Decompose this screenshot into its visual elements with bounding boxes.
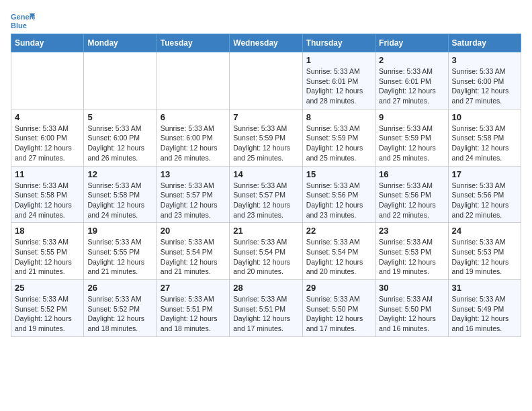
logo-icon: General Blue xyxy=(11,11,35,31)
day-number: 25 xyxy=(15,283,80,293)
calendar-cell xyxy=(230,52,302,109)
day-number: 20 xyxy=(161,226,226,236)
calendar-cell: 27Sunrise: 5:33 AM Sunset: 5:51 PM Dayli… xyxy=(157,280,229,337)
day-info: Sunrise: 5:33 AM Sunset: 6:01 PM Dayligh… xyxy=(306,66,371,106)
calendar-cell xyxy=(84,52,157,109)
day-number: 5 xyxy=(87,112,152,122)
day-number: 21 xyxy=(233,226,298,236)
day-number: 16 xyxy=(379,169,444,179)
day-info: Sunrise: 5:33 AM Sunset: 5:56 PM Dayligh… xyxy=(452,181,517,220)
day-info: Sunrise: 5:33 AM Sunset: 6:00 PM Dayligh… xyxy=(15,124,80,163)
day-info: Sunrise: 5:33 AM Sunset: 5:59 PM Dayligh… xyxy=(306,124,371,163)
calendar-cell: 13Sunrise: 5:33 AM Sunset: 5:57 PM Dayli… xyxy=(157,166,229,223)
logo: General Blue xyxy=(11,11,35,31)
calendar-week-row: 11Sunrise: 5:33 AM Sunset: 5:58 PM Dayli… xyxy=(11,166,521,223)
calendar-cell: 30Sunrise: 5:33 AM Sunset: 5:50 PM Dayli… xyxy=(375,280,448,337)
day-number: 12 xyxy=(87,169,152,179)
calendar-cell: 20Sunrise: 5:33 AM Sunset: 5:54 PM Dayli… xyxy=(157,223,229,280)
calendar-cell: 24Sunrise: 5:33 AM Sunset: 5:53 PM Dayli… xyxy=(448,223,521,280)
day-number: 10 xyxy=(452,112,517,122)
day-info: Sunrise: 5:33 AM Sunset: 5:51 PM Dayligh… xyxy=(161,294,226,334)
calendar-cell: 18Sunrise: 5:33 AM Sunset: 5:55 PM Dayli… xyxy=(11,223,84,280)
day-info: Sunrise: 5:33 AM Sunset: 5:50 PM Dayligh… xyxy=(379,294,444,334)
calendar-cell: 26Sunrise: 5:33 AM Sunset: 5:52 PM Dayli… xyxy=(84,280,157,337)
calendar-cell: 19Sunrise: 5:33 AM Sunset: 5:55 PM Dayli… xyxy=(84,223,157,280)
calendar-cell: 28Sunrise: 5:33 AM Sunset: 5:51 PM Dayli… xyxy=(230,280,302,337)
day-number: 15 xyxy=(306,169,371,179)
weekday-header: Wednesday xyxy=(230,34,302,52)
calendar-week-row: 1Sunrise: 5:33 AM Sunset: 6:01 PM Daylig… xyxy=(11,52,521,109)
day-info: Sunrise: 5:33 AM Sunset: 5:52 PM Dayligh… xyxy=(87,294,152,334)
calendar-cell: 11Sunrise: 5:33 AM Sunset: 5:58 PM Dayli… xyxy=(11,166,84,223)
day-number: 31 xyxy=(452,283,517,293)
weekday-header: Saturday xyxy=(448,34,521,52)
day-number: 24 xyxy=(452,226,517,236)
day-number: 14 xyxy=(233,169,298,179)
calendar-cell: 17Sunrise: 5:33 AM Sunset: 5:56 PM Dayli… xyxy=(448,166,521,223)
day-info: Sunrise: 5:33 AM Sunset: 5:58 PM Dayligh… xyxy=(452,124,517,163)
day-info: Sunrise: 5:33 AM Sunset: 5:56 PM Dayligh… xyxy=(379,181,444,220)
calendar-cell: 6Sunrise: 5:33 AM Sunset: 6:00 PM Daylig… xyxy=(157,109,229,166)
calendar-body: 1Sunrise: 5:33 AM Sunset: 6:01 PM Daylig… xyxy=(11,52,521,337)
weekday-header: Sunday xyxy=(11,34,84,52)
calendar-table: SundayMondayTuesdayWednesdayThursdayFrid… xyxy=(11,34,521,337)
day-info: Sunrise: 5:33 AM Sunset: 6:00 PM Dayligh… xyxy=(161,124,226,163)
day-number: 28 xyxy=(233,283,298,293)
day-number: 23 xyxy=(379,226,444,236)
day-info: Sunrise: 5:33 AM Sunset: 5:53 PM Dayligh… xyxy=(452,237,517,277)
calendar-cell: 22Sunrise: 5:33 AM Sunset: 5:54 PM Dayli… xyxy=(302,223,375,280)
day-number: 27 xyxy=(161,283,226,293)
weekday-header: Tuesday xyxy=(157,34,229,52)
calendar-cell: 16Sunrise: 5:33 AM Sunset: 5:56 PM Dayli… xyxy=(375,166,448,223)
day-info: Sunrise: 5:33 AM Sunset: 5:50 PM Dayligh… xyxy=(306,294,371,334)
calendar-week-row: 4Sunrise: 5:33 AM Sunset: 6:00 PM Daylig… xyxy=(11,109,521,166)
day-number: 4 xyxy=(15,112,80,122)
calendar-cell xyxy=(11,52,84,109)
day-number: 11 xyxy=(15,169,80,179)
calendar-cell: 23Sunrise: 5:33 AM Sunset: 5:53 PM Dayli… xyxy=(375,223,448,280)
day-info: Sunrise: 5:33 AM Sunset: 5:58 PM Dayligh… xyxy=(15,181,80,220)
day-info: Sunrise: 5:33 AM Sunset: 5:59 PM Dayligh… xyxy=(379,124,444,163)
day-info: Sunrise: 5:33 AM Sunset: 5:57 PM Dayligh… xyxy=(233,181,298,220)
day-info: Sunrise: 5:33 AM Sunset: 6:00 PM Dayligh… xyxy=(452,66,517,106)
day-number: 13 xyxy=(161,169,226,179)
calendar-week-row: 25Sunrise: 5:33 AM Sunset: 5:52 PM Dayli… xyxy=(11,280,521,337)
day-info: Sunrise: 5:33 AM Sunset: 5:49 PM Dayligh… xyxy=(452,294,517,334)
calendar-cell: 29Sunrise: 5:33 AM Sunset: 5:50 PM Dayli… xyxy=(302,280,375,337)
calendar-cell: 12Sunrise: 5:33 AM Sunset: 5:58 PM Dayli… xyxy=(84,166,157,223)
calendar-cell: 2Sunrise: 5:33 AM Sunset: 6:01 PM Daylig… xyxy=(375,52,448,109)
day-info: Sunrise: 5:33 AM Sunset: 5:54 PM Dayligh… xyxy=(233,237,298,277)
day-number: 7 xyxy=(233,112,298,122)
day-number: 1 xyxy=(306,55,371,65)
page-header: General Blue xyxy=(11,11,521,31)
calendar-cell: 25Sunrise: 5:33 AM Sunset: 5:52 PM Dayli… xyxy=(11,280,84,337)
calendar-cell: 21Sunrise: 5:33 AM Sunset: 5:54 PM Dayli… xyxy=(230,223,302,280)
day-number: 18 xyxy=(15,226,80,236)
day-info: Sunrise: 5:33 AM Sunset: 5:52 PM Dayligh… xyxy=(15,294,80,334)
day-number: 26 xyxy=(87,283,152,293)
calendar-header-row: SundayMondayTuesdayWednesdayThursdayFrid… xyxy=(11,34,521,52)
calendar-cell: 3Sunrise: 5:33 AM Sunset: 6:00 PM Daylig… xyxy=(448,52,521,109)
calendar-cell: 31Sunrise: 5:33 AM Sunset: 5:49 PM Dayli… xyxy=(448,280,521,337)
day-info: Sunrise: 5:33 AM Sunset: 5:51 PM Dayligh… xyxy=(233,294,298,334)
day-number: 22 xyxy=(306,226,371,236)
day-number: 8 xyxy=(306,112,371,122)
calendar-cell: 14Sunrise: 5:33 AM Sunset: 5:57 PM Dayli… xyxy=(230,166,302,223)
day-number: 19 xyxy=(87,226,152,236)
day-number: 29 xyxy=(306,283,371,293)
day-number: 17 xyxy=(452,169,517,179)
day-info: Sunrise: 5:33 AM Sunset: 5:53 PM Dayligh… xyxy=(379,237,444,277)
day-info: Sunrise: 5:33 AM Sunset: 5:56 PM Dayligh… xyxy=(306,181,371,220)
day-number: 9 xyxy=(379,112,444,122)
day-info: Sunrise: 5:33 AM Sunset: 5:55 PM Dayligh… xyxy=(87,237,152,277)
calendar-cell: 5Sunrise: 5:33 AM Sunset: 6:00 PM Daylig… xyxy=(84,109,157,166)
day-info: Sunrise: 5:33 AM Sunset: 5:59 PM Dayligh… xyxy=(233,124,298,163)
day-number: 6 xyxy=(161,112,226,122)
day-number: 2 xyxy=(379,55,444,65)
day-info: Sunrise: 5:33 AM Sunset: 5:58 PM Dayligh… xyxy=(87,181,152,220)
calendar-cell: 10Sunrise: 5:33 AM Sunset: 5:58 PM Dayli… xyxy=(448,109,521,166)
calendar-cell: 7Sunrise: 5:33 AM Sunset: 5:59 PM Daylig… xyxy=(230,109,302,166)
calendar-cell: 4Sunrise: 5:33 AM Sunset: 6:00 PM Daylig… xyxy=(11,109,84,166)
calendar-week-row: 18Sunrise: 5:33 AM Sunset: 5:55 PM Dayli… xyxy=(11,223,521,280)
calendar-cell: 9Sunrise: 5:33 AM Sunset: 5:59 PM Daylig… xyxy=(375,109,448,166)
